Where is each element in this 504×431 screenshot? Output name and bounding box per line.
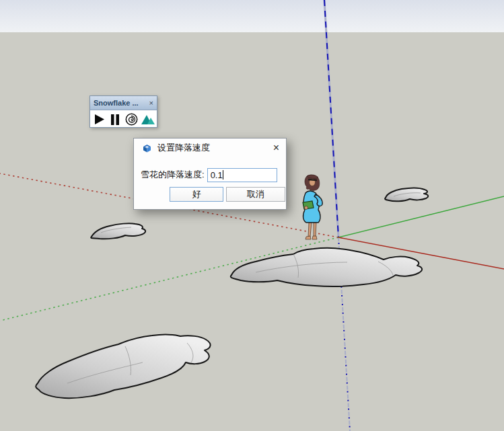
speed-input-value: 0.1: [211, 170, 223, 180]
play-icon: [94, 114, 105, 125]
sketchup-logo-icon: [141, 143, 153, 154]
spiral-icon: [125, 113, 138, 126]
ok-button[interactable]: 好: [170, 187, 223, 202]
set-falling-speed-dialog: 设置降落速度 × 雪花的降落速度: 0.1 好 取消: [133, 138, 287, 210]
sketchup-viewport[interactable]: Snowflake ... ×: [0, 0, 504, 431]
speed-input[interactable]: 0.1: [207, 168, 277, 182]
speed-field-label: 雪花的降落速度:: [141, 169, 205, 181]
mountain-icon: [141, 114, 155, 124]
toolbar-title: Snowflake ...: [94, 99, 149, 107]
snow-pile-bottom-left: [36, 335, 210, 399]
snow-pile-small-right: [385, 188, 428, 202]
speed-field-row: 雪花的降落速度: 0.1: [141, 167, 277, 183]
scene-3d: [0, 0, 504, 431]
text-caret: [223, 170, 223, 180]
dialog-close-icon[interactable]: ×: [272, 143, 281, 153]
snow-pile-center: [231, 248, 422, 286]
green-axis: [338, 196, 504, 237]
play-button[interactable]: [92, 112, 106, 127]
dialog-titlebar[interactable]: 设置降落速度 ×: [134, 139, 286, 157]
snowflake-toolbar-window: Snowflake ... ×: [89, 95, 157, 128]
toolbar-close-icon[interactable]: ×: [149, 100, 154, 107]
toolbar-titlebar[interactable]: Snowflake ... ×: [90, 96, 157, 110]
snow-spiral-button[interactable]: [125, 112, 139, 127]
toolbar-buttons: [90, 110, 157, 128]
pause-icon: [110, 114, 120, 125]
person-figure: [303, 175, 322, 239]
pause-button[interactable]: [108, 112, 122, 127]
mountain-button[interactable]: [141, 112, 155, 127]
cancel-button[interactable]: 取消: [226, 187, 285, 202]
dialog-title: 设置降落速度: [157, 142, 272, 154]
snow-piles: [36, 188, 428, 399]
snow-pile-small-left: [91, 223, 145, 239]
